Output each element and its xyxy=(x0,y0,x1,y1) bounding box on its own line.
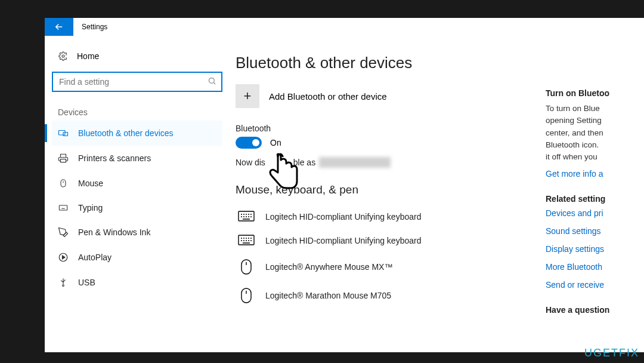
search-icon xyxy=(208,76,216,85)
sidebar: Home Devices Bluetooth & other devices xyxy=(45,36,230,352)
keyboard-icon xyxy=(238,211,255,223)
watermark-brand: UGETFIX xyxy=(584,347,639,359)
bluetooth-devices-icon xyxy=(58,128,69,139)
related-title: Related setting xyxy=(546,194,644,204)
sidebar-item-typing[interactable]: Typing xyxy=(52,196,222,220)
window-title: Settings xyxy=(73,23,107,31)
discoverable-mid: ble as xyxy=(293,158,315,167)
sidebar-item-bluetooth[interactable]: Bluetooth & other devices xyxy=(52,121,222,146)
svg-rect-3 xyxy=(63,133,68,136)
body: Home Devices Bluetooth & other devices xyxy=(45,36,644,352)
right-pane: Turn on Bluetoo To turn on Blue opening … xyxy=(546,36,644,352)
sidebar-item-label: Typing xyxy=(78,203,103,213)
device-row[interactable]: Logitech® Marathon Mouse M705 xyxy=(236,281,534,310)
search-input[interactable] xyxy=(52,72,222,92)
titlebar: Settings xyxy=(45,18,644,36)
related-link[interactable]: Devices and pri xyxy=(546,208,644,218)
svg-point-0 xyxy=(62,55,64,57)
svg-rect-6 xyxy=(59,205,67,210)
device-label: Logitech® Marathon Mouse M705 xyxy=(265,291,391,300)
bluetooth-toggle[interactable] xyxy=(236,137,262,149)
usb-icon xyxy=(58,277,69,288)
add-device-button[interactable]: + Add Bluetooth or other device xyxy=(236,84,534,108)
sidebar-item-printers[interactable]: Printers & scanners xyxy=(52,146,222,171)
sidebar-item-usb[interactable]: USB xyxy=(52,270,222,295)
mouse-icon xyxy=(238,259,255,275)
sidebar-item-label: Bluetooth & other devices xyxy=(78,128,174,138)
device-label: Logitech HID-compliant Unifying keyboard xyxy=(265,212,421,222)
back-button[interactable] xyxy=(45,18,73,36)
device-row[interactable]: Logitech HID-compliant Unifying keyboard xyxy=(236,229,534,253)
related-link[interactable]: More Bluetooth xyxy=(546,262,644,272)
device-row[interactable]: Logitech HID-compliant Unifying keyboard xyxy=(236,205,534,229)
sidebar-section-label: Devices xyxy=(58,107,222,117)
discoverable-prefix: Now dis xyxy=(236,158,265,167)
page-title: Bluetooth & other devices xyxy=(236,54,534,72)
help-title: Turn on Bluetoo xyxy=(546,88,644,98)
keyboard-icon xyxy=(58,203,69,213)
printer-icon xyxy=(58,153,69,164)
sidebar-item-label: Pen & Windows Ink xyxy=(78,227,150,237)
device-label: Logitech HID-compliant Unifying keyboard xyxy=(265,236,421,245)
device-group-title: Mouse, keyboard, & pen xyxy=(236,183,534,196)
help-link[interactable]: Get more info a xyxy=(546,169,644,179)
sidebar-home[interactable]: Home xyxy=(52,47,222,66)
svg-rect-10 xyxy=(242,260,251,274)
mouse-icon xyxy=(238,287,255,304)
svg-rect-11 xyxy=(242,288,251,303)
keyboard-icon xyxy=(238,235,255,247)
svg-rect-5 xyxy=(61,180,66,187)
sidebar-item-label: USB xyxy=(78,278,95,287)
device-row[interactable]: Logitech® Anywhere Mouse MX™ xyxy=(236,253,534,281)
bluetooth-label: Bluetooth xyxy=(236,124,534,133)
gear-icon xyxy=(58,51,69,61)
sidebar-home-label: Home xyxy=(77,51,99,61)
discoverable-text: Now dis xxxxx ble as xyxy=(236,157,534,168)
sidebar-item-label: Mouse xyxy=(78,179,103,188)
toggle-knob xyxy=(252,139,259,146)
help-text: To turn on Blue opening Setting center, … xyxy=(546,103,644,163)
autoplay-icon xyxy=(58,252,69,263)
related-link[interactable]: Sound settings xyxy=(546,226,644,236)
pen-icon xyxy=(58,227,69,238)
main-content: Bluetooth & other devices + Add Bluetoot… xyxy=(230,36,546,352)
related-link[interactable]: Send or receive xyxy=(546,280,644,290)
bluetooth-toggle-row: On xyxy=(236,137,534,149)
related-link[interactable]: Display settings xyxy=(546,244,644,254)
settings-window: Settings Home Devices Bluetooth & xyxy=(45,18,644,352)
svg-rect-2 xyxy=(59,131,66,136)
sidebar-item-autoplay[interactable]: AutoPlay xyxy=(52,245,222,270)
arrow-left-icon xyxy=(54,21,64,32)
sidebar-item-label: Printers & scanners xyxy=(78,153,151,163)
add-device-label: Add Bluetooth or other device xyxy=(269,91,387,101)
mouse-icon xyxy=(58,178,69,189)
plus-icon: + xyxy=(236,84,259,108)
device-label: Logitech® Anywhere Mouse MX™ xyxy=(265,262,392,272)
search-wrap xyxy=(52,72,222,92)
svg-rect-4 xyxy=(61,159,66,162)
watermark: UGETFIX xyxy=(584,347,639,359)
svg-point-1 xyxy=(209,78,215,84)
bluetooth-state: On xyxy=(270,138,281,147)
device-name-blurred xyxy=(319,157,391,168)
sidebar-item-mouse[interactable]: Mouse xyxy=(52,171,222,196)
sidebar-item-label: AutoPlay xyxy=(78,253,112,262)
sidebar-item-pen[interactable]: Pen & Windows Ink xyxy=(52,220,222,245)
question-title: Have a question xyxy=(546,305,644,315)
